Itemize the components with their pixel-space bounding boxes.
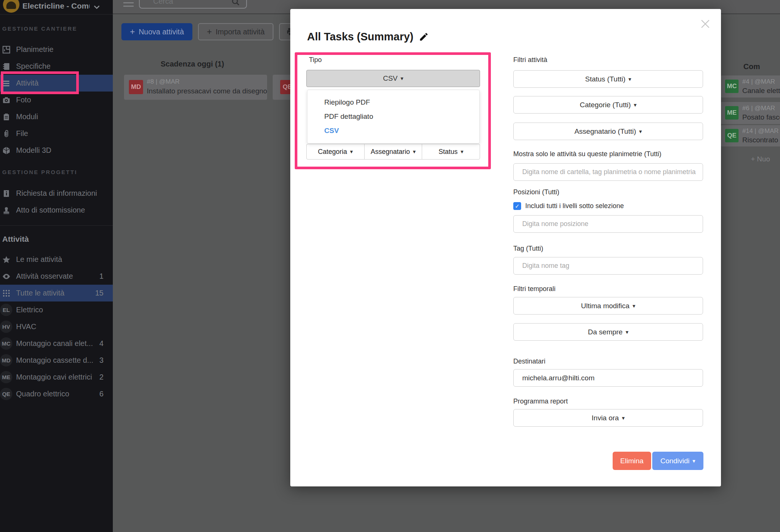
status-filter[interactable]: Status (Tutti) xyxy=(513,70,703,88)
close-icon[interactable] xyxy=(699,17,712,31)
planimetrie-label: Mostra solo le attività su queste planim… xyxy=(513,150,662,158)
category-initials-badge: QE xyxy=(0,388,12,400)
task-category-badge: MC xyxy=(725,80,739,93)
destinatari-label: Destinatari xyxy=(513,358,545,365)
categoria-picker[interactable]: Categoria xyxy=(307,144,364,159)
sidebar-item-elettrico[interactable]: EL Elettrico xyxy=(0,301,113,318)
posizioni-label: Posizioni (Tutti) xyxy=(513,188,559,196)
programma-report-label: Programma report xyxy=(513,398,568,405)
assegnatario-picker[interactable]: Assegnatario xyxy=(364,144,422,159)
assegnatario-filter[interactable]: Assegnatario (Tutti) xyxy=(513,123,703,140)
sidebar-item-hvac[interactable]: HV HVAC xyxy=(0,318,113,335)
filtri-attivita-label: Filtri attività xyxy=(513,56,547,64)
tag-input[interactable] xyxy=(513,257,703,275)
include-levels-checkbox[interactable] xyxy=(513,202,521,210)
tipo-select[interactable]: CSV xyxy=(306,70,480,87)
task-meta: #6 | @MAR xyxy=(742,105,775,112)
task-title: Installato pressacavi come da disegno xyxy=(147,87,267,95)
project-switcher[interactable]: Electricline - Comu... xyxy=(0,0,113,14)
sidebar-item-modelli-3d[interactable]: Modelli 3D xyxy=(0,142,113,159)
book-icon xyxy=(2,62,11,71)
task-card[interactable]: MD #8 | @MAR Installato pressacavi come … xyxy=(124,75,267,100)
category-initials-badge: MC xyxy=(0,337,12,350)
search-icon xyxy=(231,0,240,6)
category-initials-badge: ME xyxy=(0,371,12,383)
planimetrie-input[interactable] xyxy=(513,163,703,181)
da-sempre-filter[interactable]: Da sempre xyxy=(513,323,703,341)
camera-icon xyxy=(2,96,11,105)
sidebar-item-attivita-osservate[interactable]: Attività osservate 1 xyxy=(0,268,113,285)
task-category-badge: MD xyxy=(129,80,143,94)
tag-label: Tag (Tutti) xyxy=(513,245,543,253)
delete-button[interactable]: Elimina xyxy=(613,452,651,470)
category-initials-badge: EL xyxy=(0,304,12,316)
hamburger-menu-icon[interactable] xyxy=(123,0,134,8)
status-picker[interactable]: Status xyxy=(422,144,480,159)
search-box[interactable] xyxy=(139,0,247,9)
count-badge: 15 xyxy=(95,289,103,297)
project-name: Electricline - Comu... xyxy=(22,1,90,10)
search-input[interactable] xyxy=(140,0,246,8)
column-header-completate: Com xyxy=(743,62,760,71)
dropdown-option-pdf-dettagliato[interactable]: PDF dettagliato xyxy=(307,109,479,124)
project-avatar xyxy=(3,0,19,13)
count-badge: 1 xyxy=(99,272,103,281)
modal-title: All Tasks (Summary) xyxy=(307,31,429,43)
sidebar-item-montaggio-canali[interactable]: MC Montaggio canali elet... 4 xyxy=(0,335,113,352)
column-header-scadenza-oggi: Scadenza oggi (1) xyxy=(161,60,224,68)
ultima-modifica-filter[interactable]: Ultima modifica xyxy=(513,297,703,315)
task-card[interactable]: MC #4 | @MAR Canale elettr xyxy=(721,75,780,98)
sidebar-item-le-mie-attivita[interactable]: Le mie attività xyxy=(0,251,113,268)
task-title: Riscontrato c xyxy=(742,136,780,144)
new-task-button[interactable]: Nuova attività xyxy=(121,23,192,40)
list-icon xyxy=(2,79,11,88)
share-button[interactable]: Condividi xyxy=(652,452,703,470)
count-badge: 2 xyxy=(99,373,103,381)
posizione-input[interactable] xyxy=(513,215,703,233)
edit-pencil-icon[interactable] xyxy=(419,32,429,42)
task-meta: #14 | @MAR xyxy=(742,127,779,135)
sidebar-item-specifiche[interactable]: Specifiche xyxy=(0,58,113,75)
document-info-icon xyxy=(2,189,11,198)
task-category-badge: QE xyxy=(725,129,739,142)
invia-ora-select[interactable]: Invia ora xyxy=(513,409,703,427)
stamp-icon xyxy=(2,206,11,215)
categorie-filter[interactable]: Categorie (Tutti) xyxy=(513,96,703,114)
sidebar-item-planimetrie[interactable]: Planimetrie xyxy=(0,41,113,58)
task-title: Posato fasce xyxy=(742,113,780,121)
report-column-pickers: Categoria Assegnatario Status xyxy=(306,144,480,160)
task-card[interactable]: ME #6 | @MAR Posato fasce xyxy=(721,102,780,124)
sidebar-item-tutte-le-attivita[interactable]: Tutte le attività 15 xyxy=(0,285,113,301)
star-icon xyxy=(2,255,11,264)
sidebar-item-foto[interactable]: Foto xyxy=(0,92,113,108)
category-initials-badge: HV xyxy=(0,321,12,333)
sidebar-item-montaggio-cassette[interactable]: MD Montaggio cassette d... 3 xyxy=(0,352,113,369)
sidebar-item-moduli[interactable]: Moduli xyxy=(0,108,113,125)
task-meta: #4 | @MAR xyxy=(742,78,775,86)
sidebar-item-attivita[interactable]: Attività xyxy=(0,75,113,92)
include-levels-row: Includi tutti i livelli sotto selezione xyxy=(513,202,624,210)
sidebar-item-file[interactable]: File xyxy=(0,125,113,142)
add-task-link[interactable]: + Nuo xyxy=(751,155,770,163)
task-category-badge: ME xyxy=(725,106,739,120)
grid-dots-icon xyxy=(2,289,11,298)
paperclip-icon xyxy=(2,129,11,138)
task-card[interactable]: QE #14 | @MAR Riscontrato c xyxy=(721,125,780,146)
chevron-down-icon xyxy=(92,2,102,12)
count-badge: 3 xyxy=(99,356,103,365)
sidebar-item-quadro-elettrico[interactable]: QE Quadro elettrico 6 xyxy=(0,386,113,402)
dropdown-option-csv[interactable]: CSV xyxy=(307,124,479,138)
eye-icon xyxy=(2,272,11,281)
sidebar-item-montaggio-cavi[interactable]: ME Montaggio cavi elettrici 2 xyxy=(0,369,113,386)
task-meta: #8 | @MAR xyxy=(147,78,180,86)
tipo-dropdown-menu: Riepilogo PDF PDF dettagliato CSV xyxy=(307,90,480,143)
cube-icon xyxy=(2,146,11,155)
dropdown-option-riepilogo-pdf[interactable]: Riepilogo PDF xyxy=(307,95,479,109)
app-root: Electricline - Comu... GESTIONE CANTIERE… xyxy=(0,0,780,532)
report-modal: All Tasks (Summary) Tipo CSV Riepilogo P… xyxy=(290,9,721,486)
import-task-button[interactable]: Importa attività xyxy=(198,23,273,40)
destinatari-input[interactable] xyxy=(513,369,703,387)
sidebar-item-richiesta-informazioni[interactable]: Richiesta di informazioni xyxy=(0,185,113,202)
sidebar-item-atto-sottomissione[interactable]: Atto di sottomissione xyxy=(0,202,113,219)
section-label-gestione-cantiere: GESTIONE CANTIERE xyxy=(2,25,77,32)
